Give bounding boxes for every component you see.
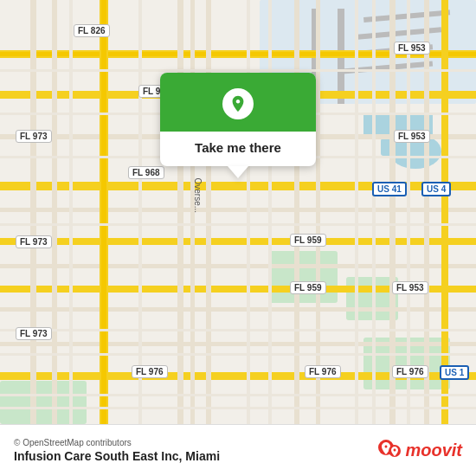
road-label-us41a: US 41	[372, 182, 407, 196]
svg-rect-46	[0, 69, 476, 72]
moovit-logo-text: moovit	[405, 441, 462, 460]
svg-rect-51	[0, 353, 476, 356]
svg-rect-44	[372, 0, 376, 424]
info-bar: © OpenStreetMap contributors Infusion Ca…	[0, 424, 476, 476]
popup-bottom: Take me there	[160, 132, 316, 166]
road-label-fl976b: FL 976	[305, 365, 341, 378]
location-popup[interactable]: Take me there	[160, 73, 316, 178]
svg-rect-33	[316, 0, 320, 424]
road-label-us1: US 1	[440, 365, 469, 380]
svg-rect-39	[69, 0, 73, 424]
road-label-fl976c: FL 976	[392, 365, 428, 378]
svg-rect-50	[0, 329, 476, 331]
map-container[interactable]: FL 826 FL 953 FL 969 FL 953 FL 973 FL 96…	[0, 0, 476, 424]
road-label-fl953c: FL 953	[392, 281, 428, 294]
svg-rect-4	[0, 381, 87, 424]
svg-rect-28	[101, 0, 106, 424]
popup-top	[160, 73, 316, 132]
svg-rect-29	[177, 0, 183, 424]
popup-label: Take me there	[195, 140, 281, 155]
copyright-text: © OpenStreetMap contributors	[14, 438, 220, 447]
road-label-fl973a: FL 973	[16, 130, 52, 143]
svg-rect-35	[424, 0, 429, 424]
svg-rect-49	[0, 223, 476, 226]
svg-rect-42	[268, 0, 272, 424]
location-pin-icon	[222, 88, 254, 119]
svg-rect-41	[247, 0, 250, 424]
svg-rect-38	[52, 0, 57, 424]
svg-rect-45	[407, 0, 410, 424]
road-label-fl959b: FL 959	[290, 281, 326, 294]
road-label-fl826: FL 826	[74, 24, 110, 37]
svg-rect-34	[389, 0, 396, 424]
svg-rect-1	[268, 251, 338, 303]
info-left: © OpenStreetMap contributors Infusion Ca…	[14, 438, 220, 463]
moovit-icon	[377, 439, 402, 463]
svg-rect-31	[206, 0, 211, 424]
road-label-fl973c: FL 973	[16, 327, 52, 340]
svg-rect-36	[441, 0, 448, 424]
svg-rect-32	[294, 0, 299, 424]
road-label-fl968: FL 968	[128, 166, 164, 179]
road-label-fl973b: FL 973	[16, 235, 52, 248]
road-label-fl976a: FL 976	[132, 365, 168, 378]
popup-box: Take me there	[160, 73, 316, 166]
road-label-us41b: US 4	[421, 182, 451, 196]
svg-rect-43	[355, 0, 358, 424]
svg-rect-53	[0, 407, 476, 409]
moovit-logo: moovit	[377, 439, 462, 463]
svg-rect-37	[30, 0, 36, 424]
svg-rect-40	[138, 0, 142, 424]
location-name: Infusion Care South East Inc, Miami	[14, 449, 220, 463]
road-label-overse: Overse...	[193, 178, 203, 214]
popup-tail	[228, 166, 248, 178]
road-label-fl953b: FL 953	[394, 130, 430, 143]
svg-rect-52	[0, 394, 476, 396]
road-label-fl959a: FL 959	[290, 234, 326, 247]
road-label-fl953a: FL 953	[394, 42, 430, 55]
